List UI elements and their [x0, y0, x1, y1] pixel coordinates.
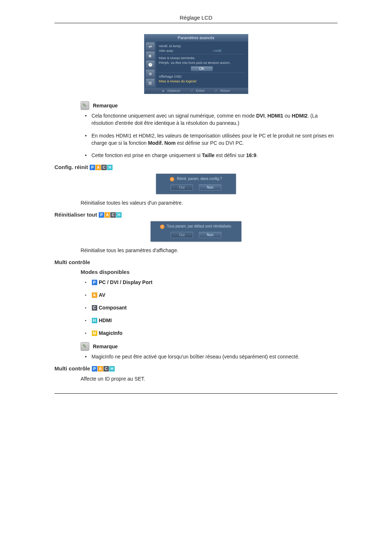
badge-h-icon: H — [107, 165, 113, 170]
mode-item-pc: PPC / DVI / Display Port — [85, 279, 338, 286]
osd-icon-multi[interactable]: ▥ — [146, 79, 155, 87]
badge-a-icon: A — [98, 366, 103, 372]
dialog-no-button[interactable]: Non — [199, 184, 221, 190]
mode-item-magicinfo: MMagicInfo — [85, 329, 338, 337]
badge-c-icon: C — [101, 165, 107, 170]
dialog-yes-button[interactable]: Oui — [171, 184, 193, 190]
heading-modes-disponibles: Modes disponibles — [81, 269, 338, 275]
osd-leveling-done: Mise à niveau terminée. — [159, 56, 245, 60]
mode-item-hdmi: HHDMI — [85, 317, 338, 324]
page-title: Réglage LCD — [54, 15, 338, 23]
badge-h-icon: H — [92, 318, 97, 323]
osd-ok-button[interactable]: OK — [191, 66, 213, 71]
badge-a-icon: A — [92, 292, 97, 298]
osd-icon-time[interactable]: 🕐 — [146, 61, 155, 69]
osd-icon-input[interactable]: ⇄ — [146, 42, 155, 50]
config-reinit-body: Réinitialise toutes les valeurs d'un par… — [81, 199, 338, 206]
badge-p-icon: P — [92, 280, 97, 285]
remark-item: MagicInfo ne peut être activé que lorsqu… — [85, 353, 338, 360]
osd-icon-setup[interactable]: ✿ — [146, 70, 155, 78]
osd-footer-return: Retour — [220, 89, 230, 93]
osd-alimauto-value: : Arrêt — [212, 49, 245, 53]
mode-item-composant: CComposant — [85, 304, 338, 312]
dialog-yes-button[interactable]: Oui — [171, 232, 193, 238]
badge-h-icon: H — [109, 366, 115, 372]
badge-p-icon: P — [99, 212, 104, 218]
dialog-no-button[interactable]: Non — [199, 232, 221, 238]
remark-item: Cela fonctionne uniquement avec un signa… — [85, 112, 338, 127]
osd-mise-a-niveau[interactable]: Mise à niveau du logiciel — [159, 79, 245, 83]
dialog-config-reinit: i Réinit. param. dans config.? Oui Non — [156, 174, 236, 194]
badge-c-icon: C — [92, 305, 97, 311]
osd-affichage: Affichage OSD — [159, 74, 245, 78]
heading-multi-controle-2: Multi contrôle PACH — [54, 365, 338, 372]
remark-item: Cette fonction est prise en charge uniqu… — [85, 152, 338, 159]
remark-item: En modes HDMI1 et HDMI2, les valeurs de … — [85, 132, 338, 147]
dialog-message: Réinit. param. dans config.? — [177, 177, 222, 181]
badge-h-icon: H — [116, 212, 122, 218]
note-icon — [81, 101, 89, 110]
note-label: Remarque — [93, 344, 118, 349]
remark-list-1: Cela fonctionne uniquement avec un signa… — [85, 112, 338, 159]
multi-controle-2-body: Affecte un ID propre au SET. — [81, 375, 338, 382]
mode-item-av: AAV — [85, 291, 338, 299]
note-label: Remarque — [93, 103, 118, 108]
badge-c-icon: C — [110, 212, 116, 218]
osd-footer: ◆Déplacer ⏎Entrer ↺Retour — [144, 88, 248, 94]
badge-c-icon: C — [103, 366, 109, 372]
heading-reinit-tout: Réinitialiser tout PACH — [54, 212, 338, 218]
note-icon — [81, 342, 89, 351]
osd-panel: Paramètres avancés ⇄ ◉ 🕐 ✿ ▥ Ventil. et … — [144, 34, 248, 94]
osd-footer-move: Déplacer — [167, 89, 180, 93]
modes-list: PPC / DVI / Display Port AAV CComposant … — [85, 279, 338, 337]
info-icon: i — [170, 177, 174, 181]
badge-a-icon: A — [95, 165, 101, 170]
osd-alimauto-label: Alim auto — [159, 49, 212, 53]
osd-ventil-label: Ventil. et temp. — [159, 44, 245, 48]
osd-footer-enter: Entrer — [196, 89, 205, 93]
reinit-tout-body: Réinitialise tous les paramètres d'affic… — [81, 247, 338, 254]
info-icon: i — [160, 225, 164, 229]
dialog-message: Tous param. par défaut sont réinitialisé… — [167, 224, 232, 228]
heading-multi-controle: Multi contrôle — [54, 259, 338, 265]
badge-a-icon: A — [105, 212, 110, 218]
osd-sidebar: ⇄ ◉ 🕐 ✿ ▥ — [144, 41, 156, 88]
badge-m-icon: M — [92, 331, 97, 336]
badge-p-icon: P — [90, 165, 95, 170]
badge-p-icon: P — [92, 366, 97, 372]
osd-title: Paramètres avancés — [144, 34, 248, 41]
remark-list-2: MagicInfo ne peut être activé que lorsqu… — [85, 353, 338, 360]
heading-config-reinit: Config. réinit PACH — [54, 164, 338, 170]
dialog-reinit-tout: i Tous param. par défaut sont réinitiali… — [151, 221, 241, 241]
osd-periph-msg: Périph. va être mis hors puis ss tension… — [159, 61, 245, 65]
osd-icon-picture[interactable]: ◉ — [146, 52, 155, 59]
